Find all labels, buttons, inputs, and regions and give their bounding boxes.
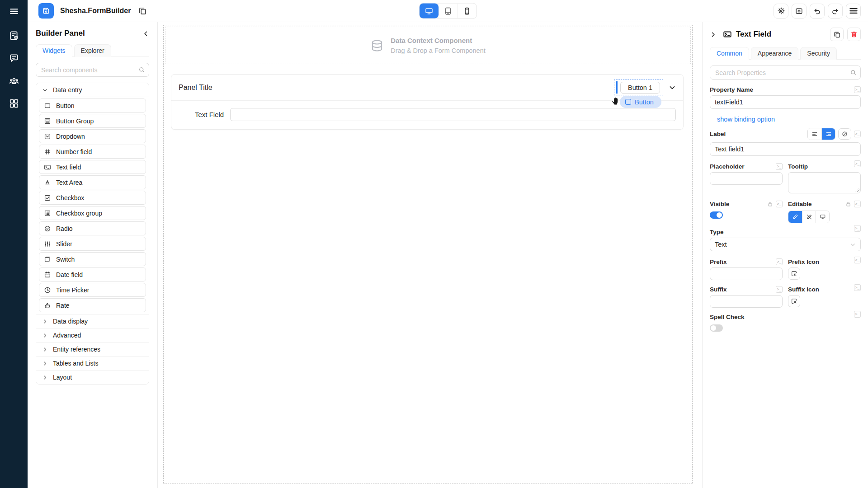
section-advanced[interactable]: Advanced (36, 328, 149, 343)
align-left-button[interactable] (808, 128, 821, 140)
props-tab-security[interactable]: Security (800, 47, 837, 60)
editable-label: Editable (788, 201, 812, 207)
property-name-input[interactable] (710, 95, 861, 109)
code-editor-icon[interactable] (776, 201, 783, 207)
widget-item-label: Checkbox group (56, 210, 102, 217)
checkbox-group-icon (44, 210, 51, 217)
dragged-button-chip[interactable]: Button (620, 96, 661, 108)
widget-item-button[interactable]: Button (39, 99, 146, 113)
section-data-display[interactable]: Data display (36, 314, 149, 328)
prefix-input[interactable] (710, 267, 783, 280)
code-editor-icon[interactable] (776, 163, 783, 170)
form-canvas[interactable]: Data Context Component Drag & Drop a For… (158, 22, 702, 488)
widget-item-checkbox[interactable]: Checkbox (39, 191, 146, 205)
widget-item-slider[interactable]: Slider (39, 237, 146, 251)
prefix-icon-picker-button[interactable] (788, 267, 800, 280)
widget-item-checkbox-group[interactable]: Checkbox group (39, 206, 146, 220)
suffix-icon-picker-button[interactable] (788, 295, 800, 307)
align-right-button[interactable] (821, 128, 835, 140)
rail-item-menu[interactable] (9, 6, 19, 16)
code-editor-icon[interactable] (854, 131, 861, 137)
device-toggle-desktop[interactable] (420, 4, 439, 19)
code-editor-icon[interactable] (854, 257, 861, 263)
code-editor-icon[interactable] (776, 286, 783, 293)
rail-item-blocks[interactable] (9, 99, 19, 108)
code-editor-icon[interactable] (854, 225, 861, 232)
database-icon (370, 39, 384, 52)
device-preview-toggle-group (419, 3, 477, 19)
widget-item-date-field[interactable]: Date field (39, 267, 146, 282)
section-layout[interactable]: Layout (36, 371, 149, 384)
preview-button[interactable] (792, 4, 807, 19)
props-tab-common[interactable]: Common (710, 47, 749, 60)
device-toggle-mobile[interactable] (458, 4, 476, 19)
widget-item-time-picker[interactable]: Time Picker (39, 283, 146, 297)
editable-button[interactable] (788, 211, 802, 223)
widget-item-text-area[interactable]: Text Area (39, 175, 146, 189)
code-editor-icon[interactable] (854, 86, 861, 93)
label-input[interactable] (710, 142, 861, 156)
widget-item-label: Button (56, 102, 74, 109)
show-binding-option-link[interactable]: show binding option (717, 116, 775, 123)
code-editor-icon[interactable] (854, 284, 861, 291)
widget-item-number-field[interactable]: Number field (39, 145, 146, 159)
type-select[interactable]: Text (710, 238, 861, 251)
text-field-input[interactable] (230, 108, 676, 121)
section-tables-and-lists[interactable]: Tables and Lists (36, 357, 149, 371)
placeholder-input[interactable] (710, 172, 783, 185)
duplicate-component-button[interactable] (830, 28, 844, 41)
not-editable-button[interactable] (802, 211, 816, 223)
widget-item-rate[interactable]: Rate (39, 298, 146, 312)
drag-chip-label: Button (635, 99, 654, 106)
suffix-input[interactable] (710, 295, 783, 308)
redo-button[interactable] (828, 4, 843, 19)
tooltip-textarea[interactable] (788, 172, 861, 193)
copy-form-icon[interactable] (138, 6, 147, 15)
hide-label-button[interactable] (838, 128, 851, 140)
menu-icon (849, 6, 859, 16)
chevron-down-icon[interactable] (669, 84, 676, 91)
mobile-icon (463, 7, 471, 15)
rail-item-document-user[interactable] (9, 31, 19, 41)
widget-item-button-group[interactable]: Button Group (39, 114, 146, 128)
undo-button[interactable] (810, 4, 825, 19)
eye-slash-icon (841, 131, 848, 137)
data-context-component[interactable]: Data Context Component Drag & Drop a For… (165, 27, 691, 64)
code-editor-icon[interactable] (776, 258, 783, 265)
chevron-left-icon[interactable] (142, 30, 149, 37)
panel-component[interactable]: Panel Title Button 1 Text Field (171, 74, 684, 130)
canvas-drop-area[interactable]: Data Context Component Drag & Drop a For… (163, 25, 693, 483)
chevron-right-icon[interactable] (710, 31, 717, 38)
code-editor-icon[interactable] (854, 311, 861, 318)
delete-component-button[interactable] (847, 28, 861, 41)
search-icon (138, 66, 145, 73)
rail-item-chat[interactable] (9, 53, 19, 63)
device-toggle-tablet[interactable] (439, 4, 458, 19)
search-components-input[interactable] (36, 63, 149, 77)
rail-item-people[interactable] (9, 76, 19, 86)
search-properties-input[interactable] (710, 66, 861, 80)
settings-button[interactable] (774, 4, 788, 19)
widget-item-text-field[interactable]: Text field (39, 160, 146, 174)
resize-grip[interactable] (855, 188, 859, 192)
menu-button[interactable] (846, 4, 861, 19)
text-area-icon (44, 179, 51, 186)
properties-panel: Text Field CommonAppearanceSecurity Prop… (702, 22, 868, 488)
read-only-button[interactable] (816, 211, 829, 223)
props-tab-appearance[interactable]: Appearance (751, 47, 799, 60)
widget-item-dropdown[interactable]: Dropdown (39, 129, 146, 143)
section-entity-references[interactable]: Entity references (36, 343, 149, 357)
undo-icon (813, 7, 821, 15)
code-editor-icon[interactable] (854, 160, 861, 167)
panel-header-button[interactable]: Button 1 (620, 82, 660, 94)
selected-button-wrapper: Button 1 (614, 80, 663, 95)
code-editor-icon[interactable] (854, 201, 861, 207)
builder-tab-explorer[interactable]: Explorer (74, 44, 111, 57)
section-data-entry[interactable]: Data entry (36, 83, 149, 97)
widget-item-switch[interactable]: Switch (39, 252, 146, 266)
builder-tab-widgets[interactable]: Widgets (36, 44, 72, 57)
type-label: Type (710, 229, 724, 235)
visible-toggle[interactable] (710, 211, 723, 219)
widget-item-radio[interactable]: Radio (39, 221, 146, 235)
spell-check-toggle[interactable] (710, 324, 723, 332)
